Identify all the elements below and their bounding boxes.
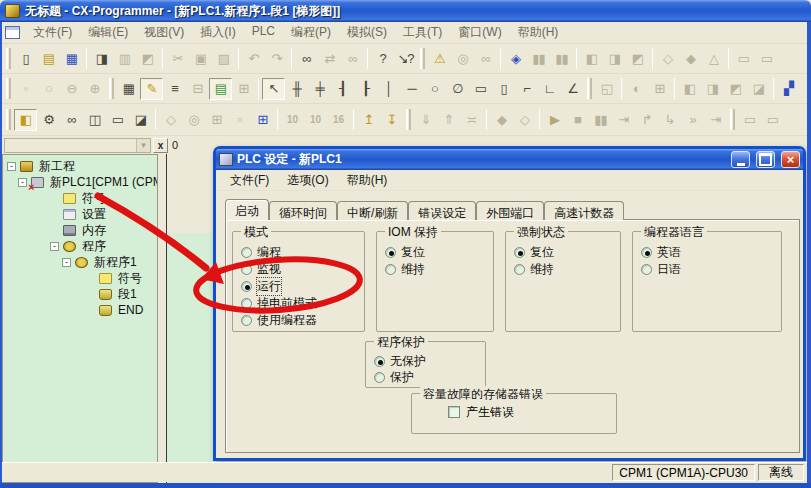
io-bit-monitor-button[interactable]: ⊞ <box>251 109 274 131</box>
scan-run-button[interactable]: ⇥ <box>704 109 727 131</box>
console-language-option-0[interactable]: 英语 <box>641 244 773 261</box>
mode-option-1[interactable]: 监视 <box>241 261 356 278</box>
data-trace-button[interactable]: ◫ <box>83 109 106 131</box>
monitor-view-button[interactable]: ∞ <box>60 109 83 131</box>
menu-item-2[interactable]: 视图(V) <box>136 21 192 44</box>
menu-item-3[interactable]: 插入(I) <box>192 21 243 44</box>
workspace-combo[interactable]: ▼ <box>4 138 151 153</box>
tree-item-project[interactable]: -新工程 <box>3 158 157 174</box>
tree-item-section1[interactable]: 段1 <box>3 286 157 302</box>
mode-option-3[interactable]: 掉电前模式 <box>241 295 356 312</box>
tab-cycle-time[interactable]: 循环时间 <box>269 201 337 220</box>
toolbar-grip[interactable] <box>6 78 11 99</box>
print-button[interactable]: ▥ <box>113 48 136 70</box>
menu-item-9[interactable]: 帮助(H) <box>510 21 567 44</box>
console-language-option-1[interactable]: 日语 <box>641 261 773 278</box>
watch-window-button[interactable]: ◧ <box>678 78 701 100</box>
save-file-button[interactable]: ▦ <box>60 48 83 70</box>
new-project-window-button[interactable]: ◇ <box>159 109 182 131</box>
new-horizontal-line-button[interactable]: ─ <box>400 78 423 100</box>
mode-option-4[interactable]: 使用编程器 <box>241 312 356 329</box>
mnemonic-window-button[interactable]: ▫ <box>228 109 251 131</box>
rack-view-2-button[interactable]: ▭ <box>761 109 784 131</box>
new-coil-button[interactable]: ○ <box>423 78 446 100</box>
time-chart-monitor-button[interactable]: ◎ <box>182 109 205 131</box>
find-button[interactable]: ∞ <box>295 48 318 70</box>
expander-icon[interactable]: - <box>50 242 59 251</box>
new-contact-button[interactable]: ╫ <box>285 78 308 100</box>
toggle-grid-button[interactable]: ▦ <box>117 78 140 100</box>
zoom-tool-button[interactable]: ◦ <box>14 78 37 100</box>
stop-program-mode-button[interactable]: ■ <box>566 109 589 131</box>
rung-wrap-button[interactable]: ⊞ <box>232 78 255 100</box>
monitor-in-rung-button[interactable]: ⊟ <box>186 78 209 100</box>
help-button[interactable]: ? <box>371 48 394 70</box>
transfer-from-plc-button[interactable]: ⇑ <box>437 109 460 131</box>
zoom-region-button[interactable]: ○ <box>37 78 60 100</box>
new-window-button[interactable]: ◧ <box>14 109 37 131</box>
tree-item-symbols-local[interactable]: 符号 <box>3 270 157 286</box>
mode-option-0[interactable]: 编程 <box>241 244 356 261</box>
zoom-in-button[interactable]: ⊕ <box>83 78 106 100</box>
compare-with-plc-button[interactable]: ≍ <box>460 109 483 131</box>
monitor-hex-button[interactable]: 16 <box>327 109 350 131</box>
pause-button[interactable]: ▮▮ <box>550 48 573 70</box>
dialog-title-bar[interactable]: PLC 设定 - 新PLC1 × <box>216 149 803 170</box>
tree-item-memory[interactable]: 内存 <box>3 222 157 238</box>
iom-hold-option-0[interactable]: 复位 <box>385 244 485 261</box>
select-tool-button[interactable]: ↖ <box>262 78 285 100</box>
online-edit-send-changes-button[interactable]: ◇ <box>513 109 536 131</box>
replace-button[interactable]: ⇄ <box>318 48 341 70</box>
new-or-closed-contact-button[interactable]: ┠ <box>354 78 377 100</box>
minimize-button[interactable] <box>731 151 750 168</box>
cross-reference-report-button[interactable]: ◩ <box>724 78 747 100</box>
tree-item-settings[interactable]: 设置 <box>3 206 157 222</box>
step-in-button[interactable]: ↳ <box>658 109 681 131</box>
expander-icon[interactable]: - <box>7 162 16 171</box>
maximize-button[interactable] <box>756 151 775 168</box>
menu-item-5[interactable]: 编程(P) <box>283 21 339 44</box>
print-preview-button[interactable]: ◩ <box>136 48 159 70</box>
toolbar-grip[interactable] <box>109 78 114 99</box>
tree-item-new-program1[interactable]: -新程序1 <box>3 254 157 270</box>
tab-peripheral-port[interactable]: 外围端口 <box>476 201 544 220</box>
invert-instruction-button[interactable]: ⌐ <box>515 78 538 100</box>
ladder-window-button[interactable]: ⊞ <box>205 109 228 131</box>
undo-button[interactable]: ↶ <box>242 48 265 70</box>
mdi-child-system-icon[interactable] <box>5 26 20 39</box>
io-table-window-button[interactable]: ◆ <box>679 48 702 70</box>
new-or-contact-button[interactable]: ┨ <box>331 78 354 100</box>
toolbar-grip[interactable] <box>6 48 11 69</box>
new-differentiated-instruction-button[interactable]: ▯ <box>492 78 515 100</box>
toolbar-grip[interactable] <box>730 109 735 130</box>
window-cascade-button[interactable]: ◧ <box>580 48 603 70</box>
toolbar-grip[interactable] <box>420 48 425 69</box>
pause-mode-button[interactable]: ▮▮ <box>589 109 612 131</box>
tab-error-settings[interactable]: 错误设定 <box>408 201 476 220</box>
open-file-button[interactable]: ▤ <box>37 48 60 70</box>
copy-button[interactable]: ▣ <box>189 48 212 70</box>
tab-startup[interactable]: 启动 <box>225 199 269 220</box>
program-protect-option-1[interactable]: 保护 <box>374 369 477 385</box>
iom-hold-option-1[interactable]: 维持 <box>385 261 485 278</box>
monitor-signed-decimal-button[interactable]: 10 <box>304 109 327 131</box>
rack-view-1-button[interactable]: ▭ <box>738 109 761 131</box>
new-vertical-line-button[interactable]: │ <box>377 78 400 100</box>
close-workspace-button[interactable]: x <box>153 138 168 153</box>
find-in-project-button[interactable]: ∞ <box>341 48 364 70</box>
dialog-menu-item-2[interactable]: 帮助(H) <box>338 170 397 191</box>
menu-item-0[interactable]: 文件(F) <box>25 21 80 44</box>
io-comment-view-button[interactable]: ◐ <box>625 78 648 100</box>
symbol-table-window-button[interactable]: ◇ <box>656 48 679 70</box>
expander-icon[interactable]: - <box>18 178 27 187</box>
expander-icon[interactable]: - <box>62 258 71 267</box>
delete-vertical-button[interactable]: ∠ <box>561 78 584 100</box>
zoom-out-button[interactable]: ⊖ <box>60 78 83 100</box>
cut-button[interactable]: ✂ <box>166 48 189 70</box>
new-branch-button[interactable]: ∟ <box>538 78 561 100</box>
paste-button[interactable]: ▨ <box>212 48 235 70</box>
workspace-splitter[interactable] <box>159 137 166 483</box>
new-instruction-button[interactable]: ▭ <box>469 78 492 100</box>
monitor-mode-button[interactable]: ⇥ <box>612 109 635 131</box>
toolbar-grip[interactable] <box>587 78 592 99</box>
